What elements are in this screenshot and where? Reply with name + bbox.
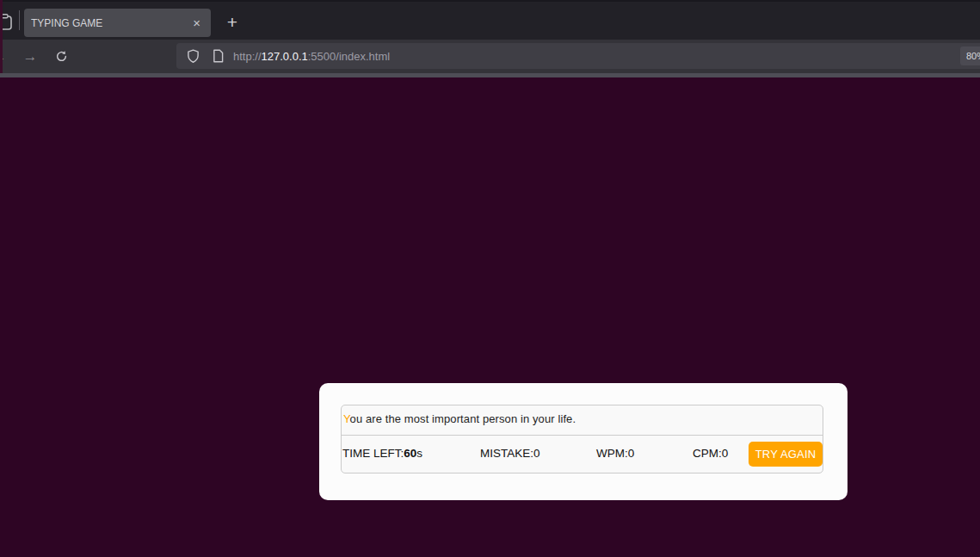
tab-typing-game[interactable]: TYPING GAME × [24, 9, 211, 37]
stats-row: TIME LEFT:60s MISTAKE:0 WPM:0 CPM:0 TRY … [342, 436, 823, 473]
url-host: 127.0.0.1 [262, 50, 308, 63]
tab-bar: TYPING GAME × + [0, 0, 980, 40]
reload-button[interactable] [50, 40, 72, 73]
tracking-shield-icon[interactable] [185, 49, 200, 64]
page-info-icon[interactable] [211, 49, 225, 63]
try-again-button[interactable]: TRY AGAIN [749, 442, 823, 467]
url-path: :5500/index.html [308, 50, 390, 63]
window-left-edge [0, 0, 3, 73]
stat-suffix: s [416, 447, 422, 460]
new-tab-button[interactable]: + [220, 10, 244, 34]
navigation-toolbar: ← → http://127.0.0.1:5500/index.html 80% [0, 40, 980, 73]
stat-wpm: WPM:0 [596, 447, 634, 460]
tab-close-icon[interactable]: × [189, 15, 204, 31]
stat-value: 60 [404, 447, 416, 460]
game-box: You are the most important person in you… [341, 405, 823, 473]
typing-game-card: You are the most important person in you… [319, 383, 847, 500]
stat-value: 0 [533, 447, 540, 460]
url-text[interactable]: http://127.0.0.1:5500/index.html [233, 50, 390, 63]
stat-mistake: MISTAKE:0 [480, 447, 540, 460]
stat-label: TIME LEFT: [342, 447, 404, 460]
active-char: Y [343, 412, 350, 425]
quote-text[interactable]: You are the most important person in you… [342, 405, 823, 436]
stat-label: MISTAKE: [480, 447, 533, 460]
window-top-edge [0, 0, 980, 2]
stat-time-left: TIME LEFT:60s [342, 447, 422, 460]
stat-value: 0 [628, 447, 635, 460]
url-scheme: http:// [233, 50, 262, 63]
tab-title: TYPING GAME [31, 17, 189, 29]
stat-label: WPM: [596, 447, 628, 460]
zoom-level-badge[interactable]: 80% [960, 46, 980, 65]
forward-button[interactable]: → [19, 40, 41, 73]
browser-window: TYPING GAME × + ← → http:/ [0, 0, 980, 557]
remaining-text: ou are the most important person in your… [350, 412, 576, 425]
stat-value: 0 [722, 447, 729, 460]
stat-cpm: CPM:0 [693, 447, 728, 460]
url-bar[interactable]: http://127.0.0.1:5500/index.html 80% [176, 43, 980, 69]
tab-separator [19, 10, 20, 30]
page-content: You are the most important person in you… [0, 77, 980, 557]
stat-label: CPM: [693, 447, 722, 460]
